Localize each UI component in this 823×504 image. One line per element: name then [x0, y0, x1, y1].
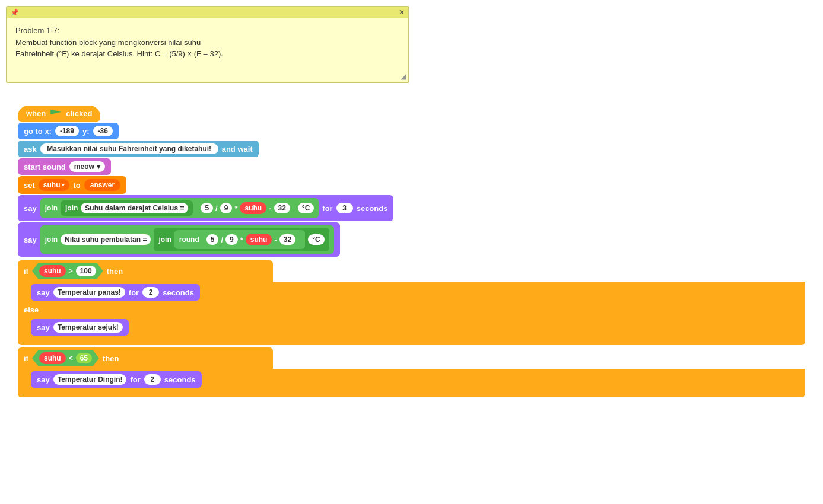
if1-suhu: suhu	[39, 265, 66, 277]
if2-val: 65	[76, 353, 92, 363]
say1-for: for	[322, 204, 332, 213]
if2-condition: suhu < 65	[32, 350, 99, 366]
problem-box: 📌 ✕ Problem 1-7: Membuat function block …	[6, 6, 409, 83]
say1-text: Suhu dalam derajat Celsius =	[81, 203, 188, 213]
ask-block-row: ask Masukkan nilai suhu Fahreinheit yang…	[18, 141, 805, 157]
if1-then: then	[107, 267, 123, 276]
goto-block-row: go to x: -189 y: -36	[18, 123, 805, 139]
if2-op: <	[69, 354, 73, 362]
goto-label: go to x:	[24, 127, 52, 136]
set-block-row: set suhu ▾ to answer	[18, 176, 805, 194]
say1-block[interactable]: say join join Suhu dalam derajat Celsius…	[18, 195, 393, 221]
sound-dropdown-arrow[interactable]: ▾	[97, 162, 100, 171]
say1-inner-join: join Suhu dalam derajat Celsius =	[61, 200, 193, 216]
say2-div: /	[221, 235, 223, 244]
if1-say-block[interactable]: say Temperatur panas! for 2 seconds	[31, 284, 200, 301]
say1-num3: 32	[274, 203, 290, 213]
say1-outer-join: join join Suhu dalam derajat Celsius = 5…	[40, 198, 319, 218]
if1-else-say[interactable]: say Temperatur sejuk!	[31, 319, 129, 336]
join-label2: join	[65, 204, 78, 212]
if1-seconds: seconds	[163, 288, 194, 297]
say2-num3: 32	[279, 234, 295, 245]
say2-degree: °C	[308, 234, 324, 245]
if2-say-block[interactable]: say Temperatur Dingin! for 2 seconds	[31, 371, 202, 388]
if1-body: say Temperatur panas! for 2 seconds	[18, 282, 805, 303]
say1-seconds: seconds	[357, 204, 388, 213]
say1-block-row: say join join Suhu dalam derajat Celsius…	[18, 195, 805, 221]
sound-block[interactable]: start sound meow ▾	[18, 158, 111, 175]
if2-header[interactable]: if suhu < 65 then	[18, 347, 273, 369]
goto-block[interactable]: go to x: -189 y: -36	[18, 123, 119, 139]
say2-inner-join: join round 5 / 9 * suhu - 32	[154, 228, 329, 251]
problem-line2: Membuat function block yang mengkonversi…	[15, 37, 400, 49]
if1-footer	[18, 338, 805, 345]
say2-suhu: suhu	[246, 234, 272, 245]
if1-else-text: Temperatur sejuk!	[53, 322, 123, 333]
if1-else-body: say Temperatur sejuk!	[18, 317, 805, 338]
if1-else-label: else	[18, 303, 805, 317]
if1-seconds-val[interactable]: 2	[142, 287, 159, 298]
problem-titlebar: 📌 ✕	[7, 7, 408, 18]
goto-y-value[interactable]: -36	[93, 126, 113, 136]
if2-label: if	[24, 354, 28, 363]
if2-body: say Temperatur Dingin! for 2 seconds	[18, 369, 805, 390]
clicked-label: clicked	[66, 109, 92, 118]
if1-header[interactable]: if suhu > 100 then	[18, 260, 273, 282]
if1-val: 100	[76, 266, 96, 276]
say2-num2: 9	[225, 234, 238, 245]
if1-say-text: Temperatur panas!	[53, 287, 125, 298]
say1-label: say	[24, 204, 37, 213]
say2-mul: *	[240, 235, 243, 244]
if2-seconds-val[interactable]: 2	[144, 374, 161, 385]
if1-say-label: say	[37, 288, 50, 297]
say2-round-block: round 5 / 9 * suhu - 32	[174, 230, 305, 249]
if1-op: >	[69, 267, 73, 275]
if1-else-say-label: say	[37, 323, 50, 332]
say2-round: round	[179, 235, 199, 244]
if1-label: if	[24, 267, 28, 276]
sound-block-row: start sound meow ▾	[18, 158, 805, 175]
say2-block-row: say join Nilai suhu pembulatan = join ro…	[18, 222, 805, 257]
join-label1: join	[45, 204, 58, 212]
and-wait-label: and wait	[222, 145, 253, 154]
sound-label: start sound	[24, 162, 66, 171]
say1-minus: -	[269, 204, 271, 213]
set-var-oval[interactable]: suhu ▾	[39, 179, 70, 191]
pin-icon: 📌	[11, 9, 19, 17]
sound-value[interactable]: meow ▾	[69, 161, 105, 172]
close-icon[interactable]: ✕	[399, 8, 405, 17]
say2-block[interactable]: say join Nilai suhu pembulatan = join ro…	[18, 222, 340, 257]
say1-num1: 5	[201, 203, 213, 213]
ask-block[interactable]: ask Masukkan nilai suhu Fahreinheit yang…	[18, 141, 259, 157]
ask-question[interactable]: Masukkan nilai suhu Fahreinheit yang dik…	[40, 143, 218, 154]
if1-block: if suhu > 100 then say Temperatur panas!…	[18, 260, 805, 345]
goto-x-value[interactable]: -189	[55, 126, 79, 136]
say2-label: say	[24, 235, 37, 244]
event-block[interactable]: when clicked	[18, 106, 100, 122]
say1-suhu: suhu	[240, 202, 266, 214]
to-label: to	[73, 181, 80, 190]
answer-oval: answer	[84, 179, 120, 191]
if2-suhu: suhu	[39, 352, 66, 364]
say1-seconds-val[interactable]: 3	[336, 203, 353, 213]
event-block-row: when clicked	[18, 106, 805, 122]
if2-footer	[18, 390, 805, 397]
set-label: set	[24, 181, 35, 190]
if2-seconds: seconds	[164, 375, 196, 384]
say1-degree: °C	[298, 203, 314, 213]
if2-say-text: Temperatur Dingin!	[53, 374, 127, 385]
y-label: y:	[82, 127, 90, 136]
if1-condition: suhu > 100	[32, 263, 103, 279]
set-block[interactable]: set suhu ▾ to answer	[18, 176, 126, 194]
problem-line1: Problem 1-7:	[15, 25, 400, 37]
ask-label: ask	[24, 145, 37, 154]
say2-join1: join	[45, 235, 58, 244]
if2-block: if suhu < 65 then say Temperatur Dingin!…	[18, 347, 805, 397]
say2-outer-join: join Nilai suhu pembulatan = join round …	[40, 225, 334, 254]
if2-for: for	[130, 375, 140, 384]
say1-num2: 9	[220, 203, 233, 213]
if2-say-label: say	[37, 375, 50, 384]
resize-handle[interactable]: ◢	[401, 72, 406, 81]
if1-for: for	[129, 288, 139, 297]
say2-join2: join	[158, 235, 171, 244]
